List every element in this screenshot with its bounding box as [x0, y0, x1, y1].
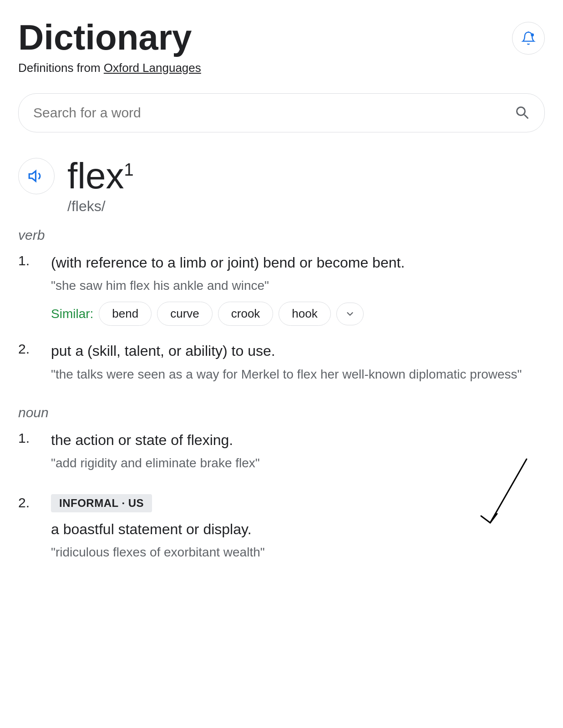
def-text-n1: the action or state of flexing. — [51, 430, 545, 450]
informal-badge: INFORMAL · US — [51, 494, 152, 512]
chevron-down-icon — [345, 309, 355, 319]
word-title: flex1 — [67, 156, 134, 196]
similar-chip-hook[interactable]: hook — [279, 302, 330, 326]
similar-chip-curve[interactable]: curve — [157, 302, 213, 326]
def-text-v1: (with reference to a limb or joint) bend… — [51, 252, 545, 273]
def-content-v2: put a (skill, talent, or ability) to use… — [51, 340, 545, 390]
word-superscript: 1 — [124, 160, 134, 179]
search-bar — [18, 93, 545, 132]
oxford-link[interactable]: Oxford Languages — [104, 61, 201, 75]
alert-button[interactable]: + — [512, 22, 545, 55]
search-input[interactable] — [33, 105, 513, 121]
speaker-icon — [28, 167, 45, 185]
def-example-v1: "she saw him flex his ankle and wince" — [51, 277, 545, 294]
annotation-arrow — [454, 450, 545, 541]
def-text-v2: put a (skill, talent, or ability) to use… — [51, 340, 545, 361]
svg-line-3 — [490, 459, 527, 523]
similar-label: Similar: — [51, 307, 93, 321]
def-number-v2: 2. — [18, 340, 40, 390]
svg-text:+: + — [532, 34, 533, 36]
def-number-n1: 1. — [18, 430, 40, 480]
verb-definitions: 1. (with reference to a limb or joint) b… — [18, 252, 545, 390]
speaker-button[interactable] — [18, 158, 55, 194]
similar-chip-crook[interactable]: crook — [218, 302, 274, 326]
alert-bell-icon: + — [521, 31, 536, 46]
word-section: flex1 /fleks/ — [18, 156, 545, 215]
subtitle: Definitions from Oxford Languages — [18, 61, 545, 75]
phonetic: /fleks/ — [67, 198, 134, 215]
expand-similar-button[interactable] — [336, 303, 364, 325]
app-title: Dictionary — [18, 18, 192, 57]
definitions-container: verb 1. (with reference to a limb or joi… — [18, 228, 545, 568]
def-content-v1: (with reference to a limb or joint) bend… — [51, 252, 545, 326]
pos-verb: verb — [18, 228, 545, 243]
word-info: flex1 /fleks/ — [67, 156, 134, 215]
def-example-n2: "ridiculous flexes of exorbitant wealth" — [51, 543, 545, 561]
verb-def-2: 2. put a (skill, talent, or ability) to … — [18, 340, 545, 390]
def-number-n2: 2. — [18, 494, 40, 569]
pos-noun: noun — [18, 405, 545, 420]
search-icon[interactable] — [513, 104, 530, 122]
page-header: Dictionary + — [18, 18, 545, 57]
def-number-v1: 1. — [18, 252, 40, 326]
verb-def-1: 1. (with reference to a limb or joint) b… — [18, 252, 545, 326]
similar-row: Similar: bend curve crook hook — [51, 302, 545, 326]
def-example-v2: "the talks were seen as a way for Merkel… — [51, 365, 545, 383]
similar-chip-bend[interactable]: bend — [99, 302, 152, 326]
